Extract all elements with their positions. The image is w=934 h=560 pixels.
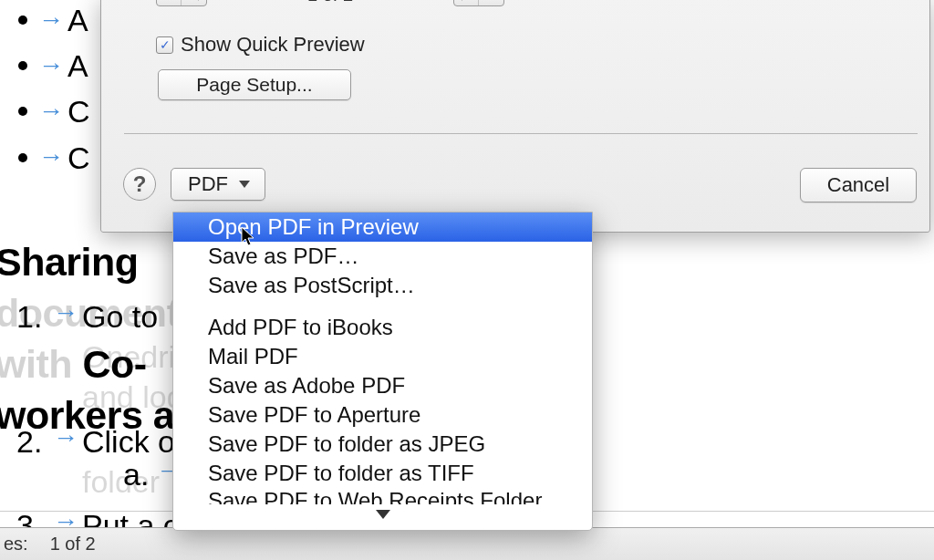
pdf-dropdown-button[interactable]: PDF <box>171 168 265 201</box>
dialog-divider <box>124 133 918 134</box>
checkbox-checked-icon[interactable]: ✓ <box>156 36 173 54</box>
status-bar: es: 1 of 2 <box>0 527 934 560</box>
prev-page-icon[interactable]: ◀ <box>182 0 206 5</box>
menu-item-adobe-pdf[interactable]: Save as Adobe PDF <box>173 371 592 400</box>
tab-arrow-icon: → <box>38 140 64 173</box>
bullet-dot-icon <box>18 153 27 162</box>
page-indicator: 1 of 2 <box>307 0 353 5</box>
print-dialog: ⏮ ◀ 1 of 2 ▶ ⏭ ✓ Show Quick Preview Page… <box>100 0 930 233</box>
menu-item-add-ibooks[interactable]: Add PDF to iBooks <box>173 313 592 342</box>
number-label: 2. <box>16 421 53 502</box>
status-page-count: 1 of 2 <box>28 534 96 555</box>
bullet-list: → A → A → C → C <box>18 0 90 183</box>
page-prev-buttons[interactable]: ⏮ ◀ <box>156 0 207 6</box>
menu-scroll-down[interactable] <box>173 506 592 523</box>
chevron-down-icon <box>376 510 390 519</box>
bullet-text: A <box>67 46 88 86</box>
bullet-item: → C <box>18 138 90 178</box>
menu-item-folder-jpeg[interactable]: Save PDF to folder as JPEG <box>173 430 592 459</box>
first-page-icon[interactable]: ⏮ <box>157 0 182 5</box>
menu-item-web-receipts[interactable]: Save PDF to Web Receipts Folder <box>173 488 592 504</box>
heading-part: Sharing <box>0 240 139 284</box>
last-page-icon[interactable]: ⏭ <box>479 0 503 5</box>
cancel-button[interactable]: Cancel <box>800 168 917 202</box>
bullet-text: C <box>67 91 90 131</box>
menu-item-save-postscript[interactable]: Save as PostScript… <box>173 271 592 300</box>
menu-separator <box>173 300 592 313</box>
bullet-text: A <box>67 0 88 40</box>
pdf-menu: Open PDF in Preview Save as PDF… Save as… <box>172 212 593 531</box>
bullet-dot-icon <box>18 61 27 70</box>
tab-arrow-icon: → <box>38 95 64 128</box>
page-next-buttons[interactable]: ▶ ⏭ <box>453 0 504 6</box>
tab-arrow-icon: → <box>53 296 78 418</box>
tab-arrow-icon: → <box>38 4 64 36</box>
bullet-text: C <box>67 138 90 178</box>
question-mark-icon: ? <box>133 171 147 197</box>
page-setup-button[interactable]: Page Setup... <box>158 69 351 100</box>
bullet-dot-icon <box>18 107 27 116</box>
checkbox-label: Show Quick Preview <box>181 33 365 57</box>
pdf-label: PDF <box>188 172 228 196</box>
bullet-dot-icon <box>18 16 27 25</box>
show-preview-checkbox[interactable]: ✓ Show Quick Preview <box>156 33 365 57</box>
tab-arrow-icon: → <box>53 421 78 502</box>
menu-item-aperture[interactable]: Save PDF to Aperture <box>173 400 592 430</box>
page-navigation: ⏮ ◀ 1 of 2 ▶ ⏭ <box>156 0 504 6</box>
menu-item-mail-pdf[interactable]: Mail PDF <box>173 342 592 371</box>
tab-arrow-icon: → <box>38 49 64 82</box>
bullet-item: → A <box>18 0 90 40</box>
menu-item-folder-tiff[interactable]: Save PDF to folder as TIFF <box>173 459 592 488</box>
bullet-item: → C <box>18 91 90 131</box>
menu-item-save-pdf[interactable]: Save as PDF… <box>173 242 592 271</box>
help-button[interactable]: ? <box>123 168 156 201</box>
number-label: 1. <box>16 296 53 418</box>
bullet-item: → A <box>18 46 90 86</box>
chevron-down-icon <box>239 181 250 188</box>
next-page-icon[interactable]: ▶ <box>454 0 479 5</box>
status-label: es: <box>0 534 28 555</box>
menu-item-open-preview[interactable]: Open PDF in Preview <box>173 213 592 242</box>
